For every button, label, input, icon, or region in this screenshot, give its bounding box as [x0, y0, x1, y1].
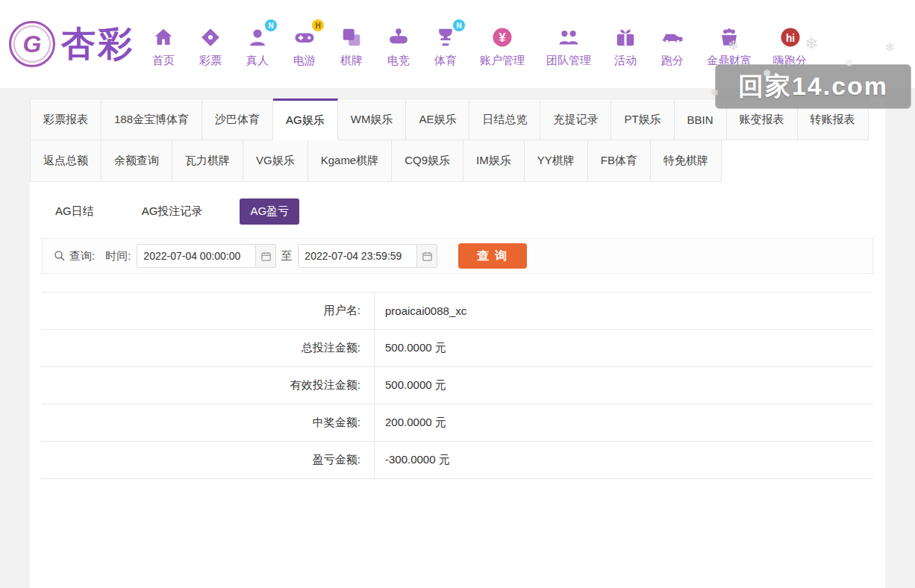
team-icon	[556, 25, 581, 50]
nav-item-label: 电竞	[387, 54, 410, 68]
calendar-icon[interactable]	[256, 244, 276, 268]
nav-item-activity[interactable]: 活动	[613, 25, 638, 68]
table-row: 中奖金额:200.0000 元	[42, 404, 873, 442]
nav-item-label: 电游	[293, 54, 316, 68]
content-area: AG日结AG投注记录AG盈亏 查询: 时间: 至 查 询 用户名:proaica…	[30, 182, 885, 479]
subtab[interactable]: AG盈亏	[240, 198, 299, 225]
report-table: 用户名:proaicai0088_xc总投注金额:500.0000 元有效投注金…	[42, 292, 873, 479]
row-label: 有效投注金额:	[42, 367, 375, 404]
account-icon: ¥	[490, 25, 515, 50]
end-time-input[interactable]	[298, 244, 417, 268]
row-label: 用户名:	[42, 293, 375, 329]
report-tab[interactable]: Kgame棋牌	[308, 140, 393, 182]
watermark-text: 回家14.com	[738, 69, 888, 104]
nav-item-chess[interactable]: 棋牌	[339, 25, 364, 68]
hi-icon: hi	[778, 25, 803, 50]
calendar-icon[interactable]	[417, 244, 437, 268]
to-label: 至	[281, 249, 292, 263]
row-label: 总投注金额:	[42, 330, 375, 366]
lottery-icon	[198, 25, 223, 50]
report-tab[interactable]: 沙巴体育	[202, 98, 273, 140]
report-tab[interactable]: WM娱乐	[338, 98, 407, 140]
search-label: 查询:	[69, 249, 95, 263]
nav-item-label: 彩票	[199, 54, 222, 68]
nav-item-label: 账户管理	[480, 54, 525, 68]
main-panel: 彩票报表188金宝博体育沙巴体育AG娱乐WM娱乐AE娱乐日结总览充提记录PT娱乐…	[30, 98, 885, 588]
report-tab[interactable]: 188金宝博体育	[102, 98, 202, 140]
report-tab[interactable]: YY棋牌	[525, 140, 588, 182]
chess-icon	[339, 25, 364, 50]
table-row: 用户名:proaicai0088_xc	[42, 293, 873, 330]
nav-item-egame[interactable]: H电游	[292, 25, 317, 68]
svg-text:¥: ¥	[499, 31, 505, 44]
subtab[interactable]: AG投注记录	[131, 198, 213, 225]
report-tab[interactable]: 特免棋牌	[651, 140, 722, 182]
table-row: 有效投注金额:500.0000 元	[42, 367, 873, 404]
report-tab[interactable]: FB体育	[588, 140, 651, 182]
nav-item-sports[interactable]: N体育	[433, 25, 458, 68]
report-tab[interactable]: AE娱乐	[406, 98, 469, 140]
report-tab[interactable]: VG娱乐	[243, 140, 308, 182]
live-icon: N	[245, 25, 270, 50]
tab-row-2: 返点总额余额查询瓦力棋牌VG娱乐Kgame棋牌CQ9娱乐IM娱乐YY棋牌FB体育…	[30, 140, 885, 182]
row-value: 200.0000 元	[375, 404, 446, 441]
row-value: 500.0000 元	[375, 367, 446, 404]
row-value: 500.0000 元	[375, 330, 446, 366]
nav-item-label: 首页	[152, 54, 175, 68]
egame-icon: H	[292, 25, 317, 50]
nav-item-label: 棋牌	[340, 54, 363, 68]
time-label: 时间:	[105, 249, 131, 263]
report-tab[interactable]: 返点总额	[30, 140, 102, 182]
nav-item-label: 活动	[614, 54, 637, 68]
report-tab[interactable]: 彩票报表	[30, 98, 102, 140]
query-button[interactable]: 查 询	[458, 243, 527, 269]
nav-item-home[interactable]: 首页	[151, 25, 176, 68]
report-tab[interactable]: 日结总览	[469, 98, 540, 140]
nav-badge: H	[312, 19, 324, 31]
table-row: 盈亏金额:-300.0000 元	[42, 442, 873, 479]
nav-item-label: 团队管理	[546, 54, 591, 68]
nav-item-lottery[interactable]: 彩票	[198, 25, 223, 68]
report-tab[interactable]: PT娱乐	[611, 98, 674, 140]
svg-text:hi: hi	[785, 33, 794, 44]
nav-item-treasure[interactable]: 金鼎财富	[707, 25, 752, 68]
report-tab[interactable]: AG娱乐	[273, 98, 338, 140]
main-nav: 首页彩票N真人H电游棋牌电竞N体育¥账户管理团队管理活动跑分金鼎财富hi嗨跑分	[151, 20, 807, 68]
search-panel: 查询: 时间: 至 查 询	[42, 238, 873, 274]
nav-item-live[interactable]: N真人	[245, 25, 270, 68]
paofen-icon	[660, 25, 685, 50]
logo-letter: G	[23, 31, 42, 58]
start-time-input[interactable]	[137, 244, 256, 268]
esport-icon	[386, 25, 411, 50]
nav-item-hi[interactable]: hi嗨跑分	[773, 25, 807, 68]
home-icon	[151, 25, 176, 50]
table-row: 总投注金额:500.0000 元	[42, 330, 873, 367]
logo-flower-icon: G	[9, 21, 55, 67]
report-tab[interactable]: 充提记录	[540, 98, 611, 140]
nav-item-account[interactable]: ¥账户管理	[480, 25, 525, 68]
brand-name: 杏彩	[61, 21, 134, 67]
nav-item-label: 体育	[434, 54, 457, 68]
report-tab[interactable]: 余额查询	[102, 140, 172, 182]
nav-item-label: 真人	[246, 54, 269, 68]
nav-item-esport[interactable]: 电竞	[386, 25, 411, 68]
row-label: 中奖金额:	[42, 404, 375, 441]
row-value: -300.0000 元	[375, 442, 450, 478]
subtab[interactable]: AG日结	[45, 198, 104, 225]
nav-item-team[interactable]: 团队管理	[546, 25, 591, 68]
treasure-icon	[716, 25, 742, 50]
row-label: 盈亏金额:	[42, 442, 375, 478]
nav-item-label: 跑分	[661, 54, 684, 68]
search-icon	[53, 249, 66, 263]
activity-icon	[613, 25, 638, 50]
nav-badge: N	[453, 19, 465, 31]
subtab-bar: AG日结AG投注记录AG盈亏	[42, 196, 873, 225]
row-value: proaicai0088_xc	[375, 293, 466, 329]
nav-item-paofen[interactable]: 跑分	[660, 25, 685, 68]
brand-logo[interactable]: G 杏彩	[9, 21, 134, 67]
watermark-badge: 回家14.com	[715, 64, 911, 109]
report-tab[interactable]: IM娱乐	[463, 140, 525, 182]
report-tab[interactable]: 瓦力棋牌	[172, 140, 243, 182]
nav-badge: N	[265, 19, 277, 31]
report-tab[interactable]: CQ9娱乐	[392, 140, 463, 182]
